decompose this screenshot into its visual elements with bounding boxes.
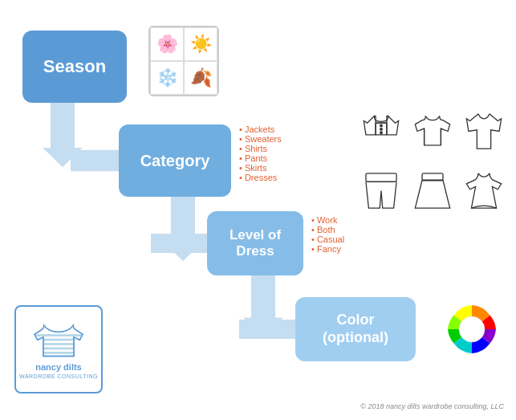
logo-shirt-icon (30, 320, 87, 360)
category-item-jackets: Jackets (239, 124, 282, 134)
svg-rect-13 (33, 352, 85, 354)
shirt-icon (460, 103, 508, 159)
svg-rect-11 (33, 343, 85, 345)
dress-item-work: Work (311, 215, 344, 225)
svg-rect-5 (366, 173, 396, 181)
dress-box: Level ofDress (207, 211, 303, 275)
svg-rect-9 (33, 335, 85, 337)
category-bullet-list: Jackets Sweaters Shirts Pants Skirts Dre… (239, 124, 282, 182)
dress-label: Level ofDress (230, 227, 281, 260)
svg-point-4 (380, 131, 383, 133)
svg-rect-12 (33, 348, 85, 350)
sweater-icon (408, 103, 457, 159)
dress-bullet-list: Work Both Casual Fancy (311, 215, 344, 254)
logo-subtitle-text: WARDROBE CONSULTING (19, 373, 98, 379)
category-label: Category (140, 152, 210, 170)
svg-point-3 (380, 128, 383, 130)
clothing-icons-grid (357, 103, 508, 218)
jacket-icon (357, 103, 405, 159)
season-label: Season (43, 56, 106, 77)
season-spring-icon: 🌸 (150, 27, 184, 61)
logo-name-text: nancy dilts (35, 361, 81, 373)
pants-icon (357, 162, 405, 218)
footer-text: © 2018 nancy dilts wardrobe consulting, … (360, 402, 504, 410)
diagram-container: Season Category Level ofDress Color(opti… (0, 0, 516, 420)
season-fall-icon: 🍂 (184, 61, 217, 95)
svg-rect-6 (422, 173, 443, 180)
season-winter-icon: ❄️ (150, 61, 184, 95)
svg-point-8 (459, 316, 485, 342)
season-summer-icon: ☀️ (184, 27, 217, 61)
logo-box: nancy dilts WARDROBE CONSULTING (14, 305, 103, 393)
skirt-icon (408, 162, 457, 218)
season-box: Season (22, 31, 127, 103)
category-item-shirts: Shirts (239, 144, 282, 153)
category-item-pants: Pants (239, 153, 282, 163)
dress-item-casual: Casual (311, 234, 344, 244)
color-label: Color(optional) (323, 312, 388, 346)
dress-item-fancy: Fancy (311, 244, 344, 254)
category-box: Category (119, 124, 231, 197)
category-item-sweaters: Sweaters (239, 134, 282, 144)
season-icon-grid: 🌸 ☀️ ❄️ 🍂 (148, 26, 219, 96)
category-item-skirts: Skirts (239, 163, 282, 173)
category-item-dresses: Dresses (239, 173, 282, 182)
svg-point-2 (380, 124, 383, 127)
color-box: Color(optional) (295, 297, 416, 361)
color-wheel (444, 301, 500, 357)
dress-icon (460, 162, 508, 218)
dress-item-both: Both (311, 225, 344, 234)
